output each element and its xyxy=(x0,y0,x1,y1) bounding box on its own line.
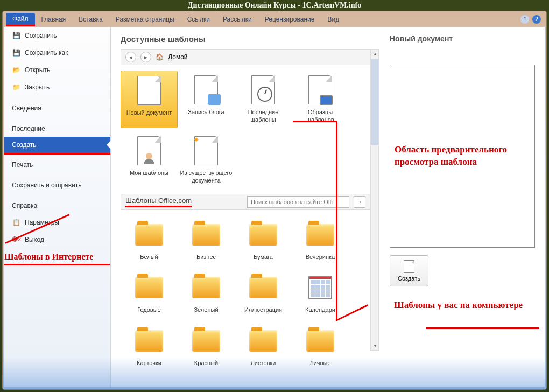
document-icon xyxy=(404,260,414,273)
annotation-preview: Область предварительного просмотра шабло… xyxy=(390,144,534,169)
exit-icon: �× xyxy=(12,235,20,244)
sidebar-item-new[interactable]: Создать xyxy=(4,137,110,153)
tile-label: Годовые xyxy=(123,306,175,313)
scrollbar[interactable]: ▲ ▼ xyxy=(370,49,379,351)
sidebar-item-label: Последние xyxy=(12,125,45,132)
ribbon-tab-insert[interactable]: Вставка xyxy=(72,13,109,25)
sidebar-item-label: Сохранить xyxy=(25,32,57,39)
sidebar-item-help[interactable]: Справка xyxy=(4,193,110,214)
template-search-input[interactable] xyxy=(247,196,349,208)
annotation-line xyxy=(426,327,539,329)
tile-label: Карточки xyxy=(123,359,175,367)
ribbon-tab-view[interactable]: Вид xyxy=(321,13,346,25)
tile-label: Образцы шаблонов xyxy=(294,108,347,124)
ribbon-tab-pagelayout[interactable]: Разметка страницы xyxy=(109,13,181,25)
sidebar-item-label: Сохранить как xyxy=(25,49,68,57)
create-button[interactable]: Создать xyxy=(390,255,428,286)
nav-forward-button[interactable]: ► xyxy=(140,52,151,62)
template-folder[interactable]: Белый xyxy=(121,215,178,265)
template-folder[interactable]: Зеленый xyxy=(178,268,235,318)
sidebar-item-label: Справка xyxy=(12,202,37,209)
ribbon-tab-mailings[interactable]: Рассылки xyxy=(216,13,258,25)
tile-label: Красный xyxy=(180,359,233,367)
help-icon[interactable]: ? xyxy=(532,15,541,24)
scroll-up-icon[interactable]: ▲ xyxy=(371,50,379,58)
template-blank-document[interactable]: Новый документ xyxy=(121,71,178,128)
ribbon-tab-home[interactable]: Главная xyxy=(35,13,73,25)
tile-label: Зеленый xyxy=(180,306,233,313)
breadcrumb-nav: ◄ ► 🏠 Домой xyxy=(121,49,379,65)
template-folder[interactable]: Годовые xyxy=(121,268,178,318)
ribbon-tab-review[interactable]: Рецензирование xyxy=(258,13,321,25)
office-templates-heading: Шаблоны Office.com xyxy=(125,197,192,207)
sidebar-item-open[interactable]: 📂Открыть xyxy=(4,61,110,79)
sidebar-item-label: Сохранить и отправить xyxy=(12,181,82,189)
template-samples[interactable]: Образцы шаблонов xyxy=(292,71,349,128)
options-icon: 📋 xyxy=(12,218,20,227)
template-folder[interactable]: Бумага xyxy=(235,215,292,265)
sidebar-item-label: Закрыть xyxy=(25,83,50,91)
template-folder[interactable]: Листовки xyxy=(235,321,292,371)
sidebar-item-label: Параметры xyxy=(25,219,59,226)
sidebar-item-saveas[interactable]: 💾Сохранить как xyxy=(4,44,110,61)
sidebar-item-label: Открыть xyxy=(25,66,50,74)
tile-label: Белый xyxy=(123,253,175,261)
tile-label: Вечеринка xyxy=(294,253,347,261)
ribbon-tab-references[interactable]: Ссылки xyxy=(181,13,216,25)
templates-heading: Доступные шаблоны xyxy=(121,34,379,44)
tile-label: Бумага xyxy=(237,253,290,261)
sidebar-item-options[interactable]: 📋Параметры xyxy=(4,214,110,231)
sidebar-item-info[interactable]: Сведения xyxy=(4,96,110,116)
tile-label: Бизнес xyxy=(180,253,233,261)
template-folder[interactable]: Карточки xyxy=(121,321,178,371)
sidebar-item-label: Печать xyxy=(12,161,33,169)
breadcrumb-home[interactable]: Домой xyxy=(168,53,188,61)
close-folder-icon: 📁 xyxy=(12,83,20,92)
template-folder[interactable]: Календари xyxy=(292,268,349,318)
template-folder[interactable]: Бизнес xyxy=(178,215,235,265)
tile-label: Запись блога xyxy=(180,108,233,116)
tile-label: Календари xyxy=(294,306,347,313)
annotation-local-templates: Шаблоны у вас на компьютере xyxy=(390,299,535,312)
saveas-icon: 💾 xyxy=(12,48,20,57)
sidebar-item-save[interactable]: 💾Сохранить xyxy=(4,27,110,44)
tile-label: Личные xyxy=(294,359,347,367)
sidebar-item-recent[interactable]: Последние xyxy=(4,116,110,137)
template-folder[interactable]: Иллюстрация xyxy=(235,268,292,318)
tile-label: Мои шаблоны xyxy=(123,169,175,177)
create-button-label: Создать xyxy=(398,275,420,282)
tile-label: Последние шаблоны xyxy=(237,108,290,124)
home-icon[interactable]: 🏠 xyxy=(156,53,164,61)
tile-label: Из существую­щего документа xyxy=(180,169,233,185)
backstage-sidebar: 💾Сохранить 💾Сохранить как 📂Открыть 📁Закр… xyxy=(4,27,111,387)
preview-area: Область предварительного просмотра шабло… xyxy=(390,65,535,248)
nav-back-button[interactable]: ◄ xyxy=(125,52,136,62)
template-recent[interactable]: Последние шаблоны xyxy=(235,71,292,128)
template-folder[interactable]: Красный xyxy=(178,321,235,371)
save-icon: 💾 xyxy=(12,31,20,40)
minimize-ribbon-icon[interactable]: ⌃ xyxy=(520,15,529,24)
template-from-existing[interactable]: ✦ Из существую­щего документа xyxy=(178,131,235,189)
sidebar-item-close[interactable]: 📁Закрыть xyxy=(4,79,110,96)
tile-label: Иллюстрация xyxy=(237,306,290,313)
sidebar-item-label: Выход xyxy=(25,236,44,243)
ribbon-tabs: Файл Главная Вставка Разметка страницы С… xyxy=(4,12,545,26)
scroll-down-icon[interactable]: ▼ xyxy=(371,341,379,350)
tile-label: Листовки xyxy=(237,359,290,367)
ribbon-tab-file[interactable]: Файл xyxy=(6,13,35,26)
sidebar-item-share[interactable]: Сохранить и отправить xyxy=(4,173,110,193)
scroll-thumb[interactable] xyxy=(371,59,378,145)
window-title: Дистанционные Онлайн Курсы - 1C.ArtemVM.… xyxy=(0,0,549,11)
open-icon: 📂 xyxy=(12,66,20,74)
template-blog-post[interactable]: Запись блога xyxy=(178,71,235,128)
sidebar-item-label: Создать xyxy=(12,141,37,149)
preview-heading: Новый документ xyxy=(390,34,535,43)
search-go-button[interactable]: → xyxy=(354,196,365,208)
sidebar-item-label: Сведения xyxy=(12,104,41,112)
template-my-templates[interactable]: Мои шаблоны xyxy=(121,131,178,189)
sidebar-item-exit[interactable]: �×Выход xyxy=(4,231,110,248)
template-folder[interactable]: Личные xyxy=(292,321,349,371)
tile-label: Новый документ xyxy=(123,109,175,116)
sidebar-item-print[interactable]: Печать xyxy=(4,155,110,173)
template-folder[interactable]: Вечеринка xyxy=(292,215,349,265)
